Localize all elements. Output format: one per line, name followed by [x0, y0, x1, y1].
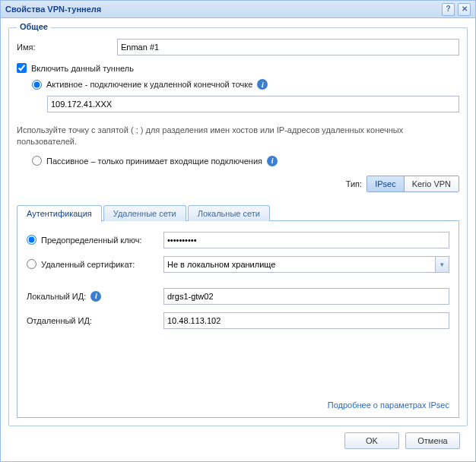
psk-option: Предопределенный ключ:	[27, 235, 163, 245]
enable-tunnel-label: Включить данный туннель	[31, 64, 134, 73]
psk-row: Предопределенный ключ:	[27, 232, 449, 248]
active-mode-radio[interactable]	[32, 80, 42, 90]
local-id-input[interactable]	[163, 288, 449, 305]
tab-strip: Аутентификация Удаленные сети Локальные …	[17, 203, 459, 221]
endpoint-input[interactable]	[47, 96, 459, 112]
cert-label: Удаленный сертификат:	[41, 260, 135, 269]
info-icon[interactable]: i	[267, 156, 278, 166]
local-id-label: Локальный ИД:	[27, 292, 86, 301]
remote-id-input[interactable]	[163, 312, 449, 329]
name-input[interactable]	[117, 39, 459, 55]
cert-row: Удаленный сертификат: Не в локальном хра…	[27, 256, 449, 273]
cert-select-wrap: Не в локальном хранилище ▾	[163, 256, 449, 273]
tabs: Аутентификация Удаленные сети Локальные …	[17, 203, 459, 418]
active-mode-row: Активное - подключение к удаленной конеч…	[32, 79, 459, 90]
close-button[interactable]: ✕	[458, 3, 471, 16]
ipsec-more-link[interactable]: Подробнее о параметрах IPsec	[328, 400, 449, 410]
local-id-row: Локальный ИД: i	[27, 288, 449, 305]
remote-id-label: Отдаленный ИД:	[27, 316, 92, 325]
remote-id-label-wrap: Отдаленный ИД:	[27, 316, 163, 325]
info-icon[interactable]: i	[257, 79, 268, 90]
name-label: Имя:	[17, 43, 117, 52]
cert-select[interactable]: Не в локальном хранилище	[163, 256, 449, 273]
type-toggle: IPsec Kerio VPN	[367, 176, 459, 192]
window-title: Свойства VPN-туннеля	[5, 5, 101, 14]
local-id-label-wrap: Локальный ИД: i	[27, 291, 163, 302]
ok-button[interactable]: OK	[344, 432, 399, 449]
passive-mode-radio[interactable]	[32, 156, 42, 166]
tab-authentication[interactable]: Аутентификация	[17, 205, 102, 222]
general-fieldset: Общее Имя: Включить данный туннель Актив…	[8, 27, 468, 426]
help-button[interactable]: ?	[442, 3, 455, 16]
cancel-button[interactable]: Отмена	[405, 432, 460, 449]
type-keriovpn-button[interactable]: Kerio VPN	[404, 176, 459, 191]
psk-label: Предопределенный ключ:	[41, 236, 142, 245]
cert-radio[interactable]	[27, 259, 36, 269]
ipsec-more-link-row: Подробнее о параметрах IPsec	[27, 394, 449, 410]
tab-remote-networks[interactable]: Удаленные сети	[103, 205, 186, 221]
endpoint-hint: Используйте точку с запятой ( ; ) для ра…	[17, 125, 459, 148]
info-icon[interactable]: i	[90, 291, 101, 302]
passive-mode-label: Пассивное – только принимает входящие по…	[46, 157, 262, 166]
endpoint-row	[47, 96, 459, 112]
vpn-tunnel-properties-window: Свойства VPN-туннеля ? ✕ Общее Имя: Вклю…	[0, 0, 476, 462]
type-row: Тип: IPsec Kerio VPN	[17, 176, 459, 192]
remote-id-row: Отдаленный ИД:	[27, 312, 449, 329]
type-ipsec-button[interactable]: IPsec	[367, 176, 404, 191]
tab-body-authentication: Предопределенный ключ: Удаленный сертифи…	[17, 221, 459, 418]
dialog-body: Общее Имя: Включить данный туннель Актив…	[1, 18, 475, 461]
general-legend: Общее	[17, 22, 51, 31]
enable-tunnel-row: Включить данный туннель	[17, 63, 459, 73]
cert-option: Удаленный сертификат:	[27, 259, 163, 269]
type-label: Тип:	[346, 179, 362, 188]
titlebar: Свойства VPN-туннеля ? ✕	[1, 1, 475, 18]
active-mode-label: Активное - подключение к удаленной конеч…	[46, 80, 252, 89]
enable-tunnel-checkbox[interactable]	[17, 63, 27, 73]
psk-input[interactable]	[163, 232, 449, 248]
name-row: Имя:	[17, 39, 459, 55]
dialog-footer: OK Отмена	[8, 426, 468, 455]
passive-mode-row: Пассивное – только принимает входящие по…	[32, 156, 459, 166]
tab-local-networks[interactable]: Локальные сети	[188, 205, 270, 221]
psk-radio[interactable]	[27, 235, 36, 245]
